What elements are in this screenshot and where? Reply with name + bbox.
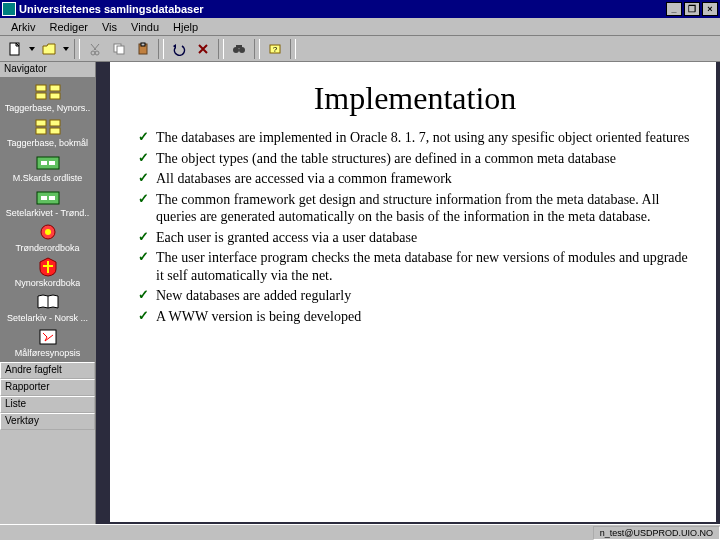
svg-rect-25 xyxy=(49,196,55,200)
svg-point-1 xyxy=(91,51,95,55)
sidebar-item-setelarkiv-norsk[interactable]: Setelarkiv - Norsk ... xyxy=(2,290,93,325)
new-button[interactable] xyxy=(4,39,26,59)
paste-button[interactable] xyxy=(132,39,154,59)
toolbar: ? xyxy=(0,36,720,62)
svg-rect-19 xyxy=(50,128,60,134)
help-button[interactable]: ? xyxy=(264,39,286,59)
sidebar-item-label: Setelarkivet - Trønd.. xyxy=(6,208,90,218)
sidebar-item-setelarkivet-trond[interactable]: Setelarkivet - Trønd.. xyxy=(2,185,93,220)
menu-rediger[interactable]: Rediger xyxy=(42,20,95,34)
svg-rect-23 xyxy=(37,192,59,204)
svg-rect-24 xyxy=(41,196,47,200)
minimize-button[interactable]: _ xyxy=(666,2,682,16)
footer-verktoy[interactable]: Verktøy xyxy=(0,413,95,430)
folder-icon xyxy=(33,187,63,207)
slide-bullet: The common framework get design and stru… xyxy=(138,191,692,226)
slide-bullet: New databases are added regularly xyxy=(138,287,692,305)
svg-rect-16 xyxy=(36,120,46,126)
mdi-background: Implementation The databases are impleme… xyxy=(96,62,720,524)
new-dropdown-icon[interactable] xyxy=(28,39,36,59)
undo-icon xyxy=(172,42,186,56)
slide-bullet: The databases are implemented in Oracle … xyxy=(138,129,692,147)
menu-vindu[interactable]: Vindu xyxy=(124,20,166,34)
svg-point-27 xyxy=(45,229,51,235)
slide-title: Implementation xyxy=(138,80,692,117)
toolbar-separator xyxy=(74,39,80,59)
slide-bullet: The object types (and the table structur… xyxy=(138,150,692,168)
menu-bar: Arkiv Rediger Vis Vindu Hjelp xyxy=(0,18,720,36)
new-icon xyxy=(8,42,22,56)
sidebar-item-label: Taggerbase, bokmål xyxy=(7,138,88,148)
svg-rect-29 xyxy=(40,330,56,344)
slide-bullet: The user interface program checks the me… xyxy=(138,249,692,284)
footer-rapporter[interactable]: Rapporter xyxy=(0,379,95,396)
footer-andre-fagfelt[interactable]: Andre fagfelt xyxy=(0,362,95,379)
paste-icon xyxy=(136,42,150,56)
delete-button[interactable] xyxy=(192,39,214,59)
scissors-icon xyxy=(88,42,102,56)
undo-button[interactable] xyxy=(168,39,190,59)
open-folder-icon xyxy=(42,42,56,56)
toolbar-separator xyxy=(158,39,164,59)
open-button[interactable] xyxy=(38,39,60,59)
work-area: Navigator Taggerbase, Nynors.. Taggerbas… xyxy=(0,62,720,524)
svg-rect-17 xyxy=(50,120,60,126)
slide-bullet: All databases are accessed via a common … xyxy=(138,170,692,188)
slide-bullet: Each user is granted access via a user d… xyxy=(138,229,692,247)
database-icon xyxy=(33,117,63,137)
copy-button[interactable] xyxy=(108,39,130,59)
status-tray: n_test@USDPROD.UIO.NO xyxy=(593,526,720,540)
toolbar-separator xyxy=(290,39,296,59)
sidebar-item-label: Målføresynopsis xyxy=(15,348,81,358)
delete-icon xyxy=(196,42,210,56)
sidebar-item-tronderordboka[interactable]: Trønderordboka xyxy=(2,220,93,255)
sidebar-item-skards-ordliste[interactable]: M.Skards ordliste xyxy=(2,150,93,185)
maximize-button[interactable]: ❐ xyxy=(684,2,700,16)
title-bar: Universitetenes samlingsdatabaser _ ❐ × xyxy=(0,0,720,18)
copy-icon xyxy=(112,42,126,56)
menu-vis[interactable]: Vis xyxy=(95,20,124,34)
svg-rect-14 xyxy=(36,93,46,99)
svg-rect-21 xyxy=(41,161,47,165)
svg-rect-22 xyxy=(49,161,55,165)
navigator-panel: Navigator Taggerbase, Nynors.. Taggerbas… xyxy=(0,62,96,524)
slide-bullet-list: The databases are implemented in Oracle … xyxy=(138,129,692,325)
book-icon xyxy=(33,292,63,312)
svg-rect-15 xyxy=(50,93,60,99)
svg-rect-20 xyxy=(37,157,59,169)
find-button[interactable] xyxy=(228,39,250,59)
help-icon: ? xyxy=(268,42,282,56)
sidebar-item-nynorskordboka[interactable]: Nynorskordboka xyxy=(2,255,93,290)
app-icon xyxy=(2,2,16,16)
status-bar: n_test@USDPROD.UIO.NO xyxy=(0,524,720,540)
toolbar-separator xyxy=(254,39,260,59)
rose-icon xyxy=(33,222,63,242)
sidebar-item-label: Trønderordboka xyxy=(15,243,79,253)
toolbar-separator xyxy=(218,39,224,59)
svg-rect-12 xyxy=(36,85,46,91)
footer-liste[interactable]: Liste xyxy=(0,396,95,413)
crest-icon xyxy=(33,257,63,277)
window-title: Universitetenes samlingsdatabaser xyxy=(19,3,666,15)
navigator-body: Taggerbase, Nynors.. Taggerbase, bokmål … xyxy=(0,78,95,362)
slide-area: Implementation The databases are impleme… xyxy=(110,62,716,522)
window-controls: _ ❐ × xyxy=(666,2,718,16)
sidebar-item-label: M.Skards ordliste xyxy=(13,173,83,183)
database-icon xyxy=(33,82,63,102)
sidebar-item-malforesynopsis[interactable]: Målføresynopsis xyxy=(2,325,93,360)
sidebar-item-taggerbase-bokmal[interactable]: Taggerbase, bokmål xyxy=(2,115,93,150)
sidebar-item-label: Setelarkiv - Norsk ... xyxy=(7,313,88,323)
navigator-footer: Andre fagfelt Rapporter Liste Verktøy xyxy=(0,362,95,430)
menu-arkiv[interactable]: Arkiv xyxy=(4,20,42,34)
map-icon xyxy=(33,327,63,347)
navigator-header: Navigator xyxy=(0,62,95,78)
svg-point-2 xyxy=(95,51,99,55)
open-dropdown-icon[interactable] xyxy=(62,39,70,59)
cut-button[interactable] xyxy=(84,39,106,59)
sidebar-item-label: Taggerbase, Nynors.. xyxy=(5,103,91,113)
sidebar-item-label: Nynorskordboka xyxy=(15,278,81,288)
svg-rect-13 xyxy=(50,85,60,91)
close-button[interactable]: × xyxy=(702,2,718,16)
sidebar-item-taggerbase-nynorsk[interactable]: Taggerbase, Nynors.. xyxy=(2,80,93,115)
menu-hjelp[interactable]: Hjelp xyxy=(166,20,205,34)
